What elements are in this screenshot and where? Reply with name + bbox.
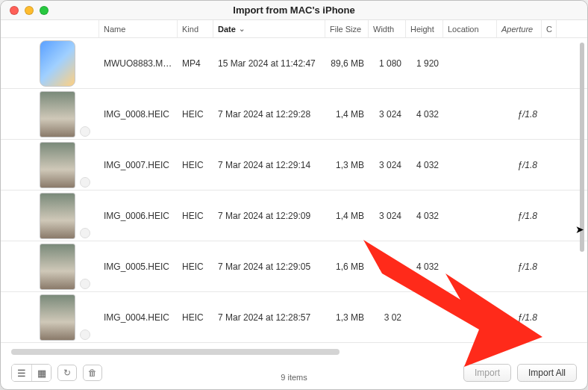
close-icon[interactable] (10, 6, 19, 15)
cell-height: 4 032 (406, 211, 443, 221)
cell-width: 3 024 (369, 261, 406, 272)
cell-kind: HEIC (178, 261, 213, 272)
window-controls (10, 6, 49, 15)
table-row[interactable]: IMG_0007.HEICHEIC7 Mar 2024 at 12:29:141… (1, 140, 587, 191)
table-row[interactable]: IMG_0005.HEICHEIC7 Mar 2024 at 12:29:051… (1, 241, 587, 292)
file-table: Name Kind Date File Size Width Height Lo… (1, 20, 587, 389)
titlebar: Import from MAC's iPhone (1, 1, 587, 20)
window-title: Import from MAC's iPhone (233, 4, 354, 16)
cell-width: 1 080 (369, 58, 406, 69)
import-button[interactable]: Import (463, 364, 511, 382)
cell-height: 4 032 (406, 261, 443, 272)
col-aperture[interactable]: Aperture (497, 20, 542, 37)
cell-name: IMG_0006.HEIC (99, 211, 178, 221)
status-badge (80, 329, 90, 340)
import-buttons: Import Import All (463, 364, 577, 382)
col-location[interactable]: Location (443, 20, 497, 37)
col-thumbnail[interactable] (13, 20, 99, 37)
status-badge (80, 279, 90, 289)
cell-height: 4 032 (406, 160, 443, 170)
thumbnail-icon (40, 294, 75, 341)
cell-date: 7 Mar 2024 at 12:29:14 (213, 160, 325, 170)
rows-scroller[interactable]: MWUO8883.MP4MP415 Mar 2024 at 11:42:4789… (1, 38, 587, 389)
cell-date: 7 Mar 2024 at 12:29:09 (213, 211, 325, 221)
cell-size: 1,3 MB (325, 160, 369, 170)
cell-kind: HEIC (178, 160, 213, 170)
cell-width: 3 024 (369, 109, 406, 120)
cell-name: MWUO8883.MP4 (99, 58, 178, 69)
status-badge (80, 228, 90, 238)
cell-date: 7 Mar 2024 at 12:29:05 (213, 261, 325, 272)
cell-kind: HEIC (178, 109, 213, 120)
cell-kind: HEIC (178, 312, 213, 323)
cell-date: 7 Mar 2024 at 12:28:57 (213, 312, 325, 323)
horizontal-scrollbar[interactable] (11, 347, 577, 356)
col-date[interactable]: Date (213, 20, 325, 37)
cell-kind: HEIC (178, 211, 213, 221)
thumbnail-icon (40, 91, 75, 137)
table-header: Name Kind Date File Size Width Height Lo… (1, 20, 587, 38)
cell-aperture: ƒ/1.8 (497, 160, 542, 170)
cell-size: 89,6 MB (325, 58, 369, 69)
cell-size: 1,3 MB (325, 312, 369, 323)
thumbnail-icon (40, 142, 75, 188)
cell-name: IMG_0005.HEIC (99, 261, 178, 272)
cell-aperture: ƒ/1.8 (497, 109, 542, 120)
minimize-icon[interactable] (25, 6, 34, 15)
col-kind[interactable]: Kind (178, 20, 213, 37)
cell-width: 3 024 (369, 160, 406, 170)
status-badge (80, 177, 90, 188)
cell-kind: MP4 (178, 58, 213, 69)
import-all-button[interactable]: Import All (517, 364, 577, 382)
horizontal-scrollbar-thumb[interactable] (11, 349, 340, 355)
table-row[interactable]: IMG_0004.HEICHEIC7 Mar 2024 at 12:28:571… (1, 292, 587, 343)
thumbnail-icon (40, 193, 75, 239)
cell-aperture: ƒ/1.8 (497, 211, 542, 221)
col-name[interactable]: Name (99, 20, 178, 37)
cell-size: 1,6 MB (325, 261, 369, 272)
vertical-scrollbar[interactable] (580, 43, 584, 252)
cell-height: 4 032 (406, 109, 443, 120)
col-width[interactable]: Width (369, 20, 406, 37)
thumbnail-icon (40, 244, 75, 290)
cell-height: 1 920 (406, 58, 443, 69)
import-window: Import from MAC's iPhone Name Kind Date … (0, 0, 588, 390)
cell-width: 3 024 (369, 211, 406, 221)
cell-name: IMG_0007.HEIC (99, 160, 178, 170)
cell-name: IMG_0004.HEIC (99, 312, 178, 323)
table-row[interactable]: IMG_0006.HEICHEIC7 Mar 2024 at 12:29:091… (1, 191, 587, 241)
zoom-icon[interactable] (40, 6, 49, 15)
cursor-icon: ➤ (575, 223, 584, 235)
cell-size: 1,4 MB (325, 109, 369, 120)
col-height[interactable]: Height (406, 20, 443, 37)
cell-date: 7 Mar 2024 at 12:29:28 (213, 109, 325, 120)
cell-name: IMG_0008.HEIC (99, 109, 178, 120)
thumbnail-icon (40, 40, 75, 87)
cell-date: 15 Mar 2024 at 11:42:47 (213, 58, 325, 69)
status-badge (80, 126, 90, 137)
cell-aperture: ƒ/1.8 (497, 312, 542, 323)
cell-width: 3 02 (369, 312, 406, 323)
table-row[interactable]: MWUO8883.MP4MP415 Mar 2024 at 11:42:4789… (1, 38, 587, 89)
col-filesize[interactable]: File Size (325, 20, 369, 37)
col-camera[interactable]: C (542, 20, 557, 37)
cell-size: 1,4 MB (325, 211, 369, 221)
table-row[interactable]: IMG_0008.HEICHEIC7 Mar 2024 at 12:29:281… (1, 89, 587, 140)
cell-aperture: ƒ/1.8 (497, 261, 542, 272)
